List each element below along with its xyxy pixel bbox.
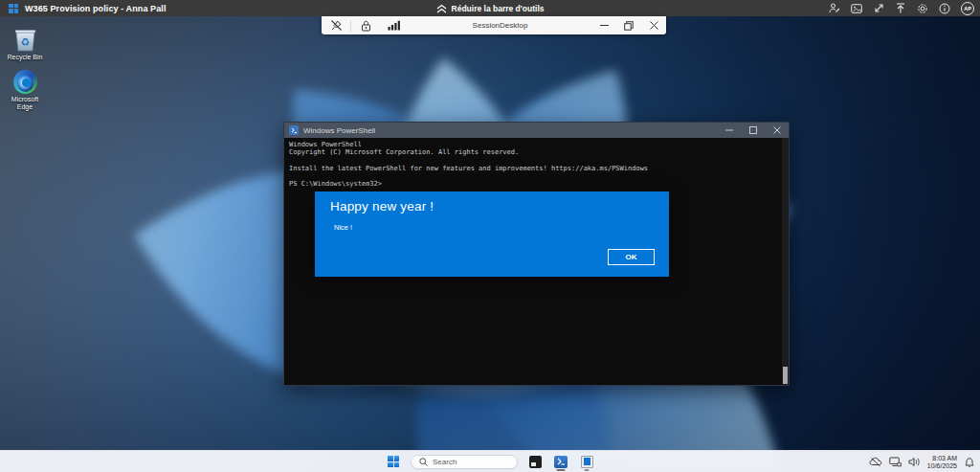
minimize-icon — [600, 21, 609, 30]
powershell-window-title: Windows PowerShell — [303, 126, 717, 135]
upload-icon — [896, 3, 905, 13]
svg-text:♻: ♻ — [20, 36, 30, 49]
command-prompt-icon — [529, 456, 542, 468]
windows-start-icon — [387, 455, 400, 468]
dialog-message: Nice ! — [334, 223, 352, 232]
tray-date: 10/6/2025 — [927, 462, 957, 470]
console-line — [289, 172, 782, 180]
maximize-icon — [749, 126, 757, 134]
notification-bell-icon — [964, 457, 975, 468]
desktop-icon-label: Recycle Bin — [8, 54, 43, 61]
minimize-icon — [725, 126, 733, 134]
session-restore-button[interactable] — [616, 16, 641, 34]
console-scrollbar-thumb[interactable] — [783, 367, 788, 384]
unpin-toolbar-button[interactable] — [322, 16, 350, 34]
taskbar-app-powershell[interactable] — [552, 452, 569, 471]
start-button[interactable] — [385, 452, 402, 471]
desktop-icon-recycle-bin[interactable]: ♻ Recycle Bin — [2, 27, 48, 61]
fullscreen-icon — [874, 3, 884, 13]
dialog-title: Happy new year ! — [330, 199, 434, 214]
edge-icon — [13, 70, 37, 94]
screenshot-icon — [851, 4, 862, 13]
info-button[interactable] — [939, 3, 950, 14]
feedback-button[interactable] — [829, 3, 840, 14]
console-line: Install the latest PowerShell for new fe… — [289, 165, 782, 172]
search-icon — [419, 458, 428, 466]
signal-bars-icon — [388, 20, 401, 31]
collapse-toolbar-label: Réduire la barre d'outils — [452, 4, 545, 13]
lock-icon — [361, 20, 371, 32]
session-desktop-title: SessionDesktop — [409, 21, 591, 30]
recycle-bin-icon: ♻ — [13, 27, 37, 52]
session-toolbar: SessionDesktop — [322, 16, 666, 34]
session-close-button[interactable] — [641, 16, 666, 34]
onedrive-cloud-icon[interactable] — [869, 457, 882, 467]
powershell-titlebar[interactable]: Windows PowerShell — [284, 123, 789, 138]
unpin-icon — [330, 19, 343, 32]
powershell-icon — [554, 456, 568, 468]
secure-connection-indicator[interactable] — [351, 16, 380, 34]
running-indicator — [585, 469, 590, 471]
w365-session-screen: ♻ Recycle Bin Microsoft Edge Windows Pow… — [0, 0, 980, 472]
chevrons-up-icon — [436, 4, 447, 13]
feedback-icon — [829, 3, 840, 13]
taskbar-app-command-prompt[interactable] — [526, 452, 544, 471]
notifications-button[interactable] — [964, 457, 975, 468]
desktop-icon-microsoft-edge[interactable]: Microsoft Edge — [2, 70, 48, 111]
powershell-app-icon — [289, 125, 299, 135]
connection-bar: W365 Provision policy - Anna Pall Réduir… — [0, 0, 980, 16]
powershell-maximize-button[interactable] — [741, 123, 765, 138]
console-prompt: PS C:\Windows\system32> — [289, 180, 782, 188]
gear-icon — [917, 3, 928, 14]
settings-button[interactable] — [917, 3, 928, 14]
search-label: Search — [433, 458, 457, 466]
desktop-icon-label: Microsoft Edge — [5, 96, 45, 111]
account-avatar[interactable]: AP — [961, 2, 974, 15]
upload-button[interactable] — [895, 3, 906, 14]
screenshot-button[interactable] — [851, 3, 862, 14]
close-icon — [650, 21, 658, 30]
close-icon — [773, 126, 781, 134]
taskbar-search[interactable]: Search — [411, 455, 518, 469]
running-indicator — [557, 469, 566, 471]
network-icon[interactable] — [889, 457, 902, 468]
session-minimize-button[interactable] — [591, 16, 616, 34]
remote-session-icon — [581, 456, 593, 468]
taskbar: Search — [0, 450, 980, 472]
info-icon — [939, 3, 950, 14]
restore-icon — [624, 21, 634, 31]
connection-strength-indicator[interactable] — [380, 16, 409, 34]
happy-new-year-dialog: Happy new year ! Nice ! OK — [315, 191, 669, 277]
console-line: Windows PowerShell — [289, 141, 782, 148]
console-line — [289, 157, 782, 165]
fullscreen-button[interactable] — [873, 3, 884, 14]
console-line: Copyright (C) Microsoft Corporation. All… — [289, 148, 782, 156]
ok-button[interactable]: OK — [608, 249, 655, 265]
volume-icon[interactable] — [908, 457, 921, 467]
tray-time: 8:03 AM — [932, 455, 957, 462]
taskbar-app-remote-session[interactable] — [578, 452, 595, 471]
powershell-minimize-button[interactable] — [717, 123, 741, 138]
taskbar-clock[interactable]: 8:03 AM 10/6/2025 — [927, 455, 957, 470]
powershell-close-button[interactable] — [765, 123, 789, 138]
console-scrollbar[interactable] — [782, 138, 789, 385]
